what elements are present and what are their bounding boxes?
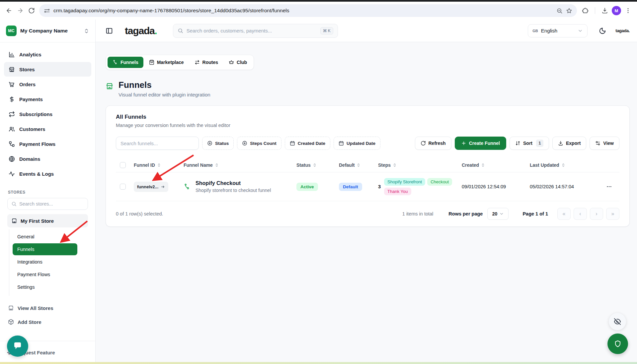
sidebar-item-payment-flows[interactable]: Payment Flows (4, 137, 91, 151)
column-steps[interactable]: Steps (374, 162, 458, 168)
browser-profile-avatar[interactable]: M (612, 6, 621, 15)
export-download-icon (558, 141, 563, 146)
refresh-icon (421, 141, 426, 146)
store-subnav-payment-flows[interactable]: Payment Flows (13, 269, 77, 280)
column-default[interactable]: Default (335, 162, 374, 168)
url-bar[interactable]: crm.tagadapay.com/org/my-company-name-17… (39, 4, 577, 17)
store-subnav-general[interactable]: General (13, 231, 77, 243)
last-page-button[interactable]: » (606, 208, 619, 220)
rows-per-page-select[interactable]: 20 (487, 208, 509, 220)
back-button[interactable] (3, 5, 15, 16)
calendar-icon (290, 141, 295, 146)
global-search-input[interactable] (187, 28, 317, 33)
sidebar-item-orders[interactable]: Orders (4, 77, 91, 91)
language-name: English (541, 28, 575, 33)
tab-marketplace[interactable]: Marketplace (144, 57, 189, 68)
filter-status-button[interactable]: Status (202, 137, 234, 150)
search-icon (178, 28, 183, 33)
column-funnel-name[interactable]: Funnel Name (180, 162, 292, 168)
store-search-input[interactable] (19, 201, 84, 207)
step-badge-checkout: Checkout (427, 178, 452, 186)
column-last-updated[interactable]: Last Updated (526, 162, 599, 168)
sidebar-item-payments[interactable]: Payments (4, 92, 91, 106)
view-all-stores-link[interactable]: View All Stores (8, 301, 87, 315)
funnel-name: Shopify Checkout (196, 180, 271, 186)
funnel-search-input[interactable] (120, 141, 194, 146)
store-subnav-funnels[interactable]: Funnels (13, 243, 77, 255)
org-switcher[interactable]: MC My Company Name (0, 20, 95, 42)
store-search[interactable] (7, 198, 88, 210)
sort-chevrons-icon (214, 163, 219, 167)
downloads-button[interactable] (599, 5, 610, 16)
step-badge-thank-you: Thank You (384, 188, 411, 195)
select-all-checkbox[interactable] (120, 162, 126, 168)
filter-updated-date-button[interactable]: Updated Date (334, 137, 380, 150)
store-subnav-settings[interactable]: Settings (13, 281, 77, 293)
dark-mode-moon-icon[interactable] (599, 27, 606, 34)
prev-page-button[interactable]: ‹ (574, 208, 587, 220)
filter-created-date-button[interactable]: Created Date (285, 137, 330, 150)
sidebar-item-subscriptions[interactable]: Subscriptions (4, 107, 91, 121)
filter-label: Status (215, 141, 229, 146)
view-button[interactable]: View (590, 137, 619, 150)
view-settings-icon (595, 141, 600, 146)
funnel-id-pill[interactable]: funnelv2... (134, 182, 168, 192)
hide-widget-button[interactable] (609, 313, 626, 330)
step-badge-shopify-storefront: Shopify Storefront (384, 178, 425, 186)
sidebar-item-customers[interactable]: Customers (4, 122, 91, 136)
next-page-button[interactable]: › (590, 208, 603, 220)
global-search[interactable]: ⌘K (173, 24, 338, 38)
table-header: Funnel ID Funnel Name Status Default Ste… (116, 158, 619, 172)
content: Funnels Marketplace Routes Club (96, 42, 637, 227)
tab-club[interactable]: Club (224, 57, 252, 68)
row-actions-button[interactable] (599, 184, 619, 190)
card-subtitle: Manage your conversion funnels with the … (116, 123, 619, 128)
filter-toolbar: Status Steps Count Created Date Upd (116, 137, 619, 150)
store-item-my-first-store[interactable]: My First Store (7, 214, 88, 227)
reload-button[interactable] (26, 5, 37, 16)
first-page-button[interactable]: « (557, 208, 571, 220)
add-store-link[interactable]: Add Store (8, 315, 87, 329)
funnel-search[interactable] (116, 137, 199, 150)
sidebar-item-label: Payments (19, 96, 43, 102)
chat-widget-button[interactable] (7, 335, 28, 357)
forward-button[interactable] (15, 5, 26, 16)
users-icon (9, 126, 15, 132)
sidebar-item-stores[interactable]: Stores (4, 62, 91, 77)
funnel-name-cell[interactable]: Shopify Checkout Shopify storefront to c… (180, 180, 292, 193)
export-label: Export (566, 141, 581, 146)
security-widget-button[interactable] (607, 334, 628, 354)
sidebar-item-events-logs[interactable]: Events & Logs (4, 166, 91, 181)
repeat-icon (9, 111, 15, 117)
sidebar-item-label: Customers (19, 126, 45, 132)
reload-icon (28, 7, 35, 14)
activity-icon (9, 171, 15, 177)
table-row[interactable]: funnelv2... Shopify Checkout Shopify sto… (116, 172, 619, 201)
row-checkbox[interactable] (120, 184, 126, 190)
funnel-id-text: funnelv2... (137, 184, 158, 189)
sidebar-item-domains[interactable]: Domains (4, 152, 91, 166)
store-icon (8, 305, 14, 311)
refresh-button[interactable]: Refresh (415, 137, 451, 150)
sidebar-nav: Analytics Stores Orders Payments Subscri… (0, 42, 95, 181)
browser-menu-button[interactable] (622, 5, 634, 16)
extensions-button[interactable] (580, 5, 591, 16)
column-status[interactable]: Status (292, 162, 335, 168)
sidebar-item-analytics[interactable]: Analytics (4, 47, 91, 62)
site-info-icon (44, 8, 50, 14)
column-funnel-id[interactable]: Funnel ID (130, 162, 180, 168)
filter-steps-count-button[interactable]: Steps Count (237, 137, 281, 150)
sort-button[interactable]: Sort 1 (510, 137, 549, 150)
stores-section-label: STORES (8, 190, 87, 195)
zoom-icon (556, 8, 563, 14)
chevron-down-icon (499, 212, 504, 216)
language-selector[interactable]: GB English (528, 24, 588, 37)
column-created[interactable]: Created (458, 162, 526, 168)
create-funnel-button[interactable]: Create Funnel (455, 137, 506, 150)
page-title: Funnels (119, 80, 210, 90)
sidebar-toggle-icon[interactable] (106, 27, 113, 34)
store-subnav-integrations[interactable]: Integrations (13, 256, 77, 268)
tab-funnels[interactable]: Funnels (108, 57, 143, 68)
export-button[interactable]: Export (552, 137, 586, 150)
tab-routes[interactable]: Routes (190, 57, 223, 68)
